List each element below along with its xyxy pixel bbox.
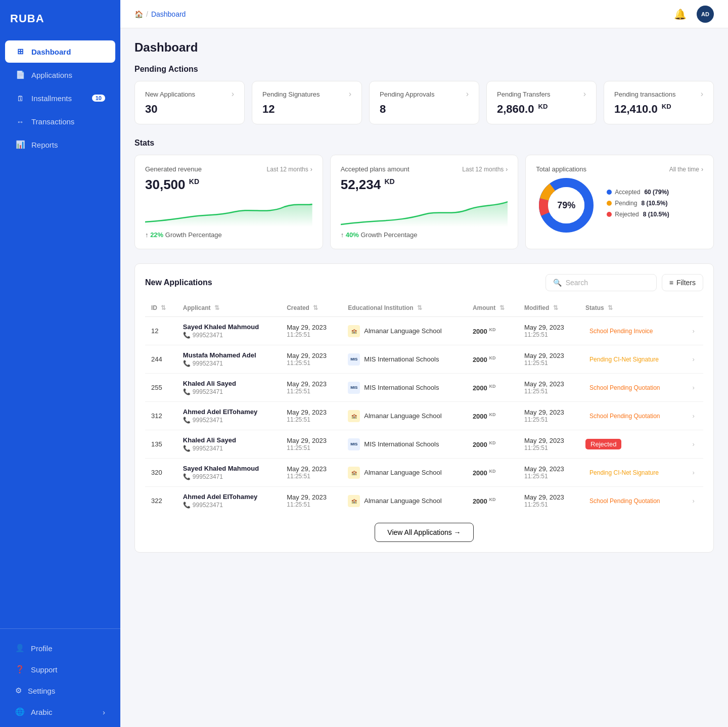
table-body: 12 Sayed Khaled Mahmoud 📞 999523471 May … — [145, 317, 703, 515]
sidebar-language-toggle[interactable]: 🌐 Arabic › — [5, 702, 115, 722]
status-badge: Pending CI-Net Signature — [585, 354, 663, 365]
row-chevron-icon[interactable]: › — [693, 384, 695, 391]
search-input[interactable]: 🔍 Search — [545, 274, 657, 291]
table-row[interactable]: 135 Khaled Ali Sayed 📞 999523471 May 29,… — [145, 430, 703, 459]
sidebar-item-applications[interactable]: 📄 Applications — [5, 64, 115, 86]
row-chevron-icon[interactable]: › — [693, 355, 695, 363]
table-column-header[interactable]: Applicant ⇅ — [177, 299, 281, 317]
donut-section: 79% Accepted 60 (79%) Pending 8 (10.5%) … — [536, 175, 703, 236]
chevron-right-icon: › — [349, 89, 351, 99]
main-content: 🏠 / Dashboard 🔔 AD Dashboard Pending Act… — [120, 0, 728, 727]
phone-icon: 📞 — [183, 502, 191, 509]
table-column-header[interactable]: ID ⇅ — [145, 299, 177, 317]
row-chevron-icon[interactable]: › — [693, 497, 695, 505]
table-row[interactable]: 12 Sayed Khaled Mahmoud 📞 999523471 May … — [145, 317, 703, 345]
revenue-chart — [145, 197, 312, 227]
sidebar-item-reports[interactable]: 📊 Reports — [5, 133, 115, 156]
table-row[interactable]: 322 Ahmed Adel ElTohamey 📞 999523471 May… — [145, 487, 703, 515]
pending-card[interactable]: Pending Signatures › 12 — [252, 81, 362, 124]
sidebar-item-installments[interactable]: 🗓 Installments 10 — [5, 87, 115, 109]
row-chevron-icon[interactable]: › — [693, 440, 695, 448]
pending-card-value: 30 — [145, 103, 234, 116]
pending-card[interactable]: Pending Transfers › 2,860.0 KD — [486, 81, 597, 124]
row-action[interactable]: › — [687, 345, 703, 374]
notification-bell-icon[interactable]: 🔔 — [674, 8, 687, 20]
row-modified: May 29, 2023 11:25:51 — [518, 345, 579, 374]
table-column-header[interactable]: Status ⇅ — [579, 299, 686, 317]
revenue-value: 30,500 KD — [145, 177, 312, 193]
total-apps-period[interactable]: All the time › — [669, 166, 703, 173]
row-status: School Pending Quotation — [579, 402, 686, 430]
table-column-header[interactable]: Amount ⇅ — [467, 299, 518, 317]
row-created: May 29, 2023 11:25:51 — [281, 402, 342, 430]
institution-logo: 🏫 — [348, 410, 360, 422]
row-action[interactable]: › — [687, 430, 703, 459]
pending-card[interactable]: New Applications › 30 — [134, 81, 245, 124]
row-chevron-icon[interactable]: › — [693, 469, 695, 476]
user-avatar[interactable]: AD — [697, 6, 714, 23]
row-modified: May 29, 2023 11:25:51 — [518, 374, 579, 402]
row-id: 244 — [145, 345, 177, 374]
applications-table: ID ⇅Applicant ⇅Created ⇅Educational Inst… — [145, 299, 703, 515]
row-action[interactable]: › — [687, 487, 703, 515]
table-row[interactable]: 255 Khaled Ali Sayed 📞 999523471 May 29,… — [145, 374, 703, 402]
table-row[interactable]: 244 Mustafa Mohamed Adel 📞 999523471 May… — [145, 345, 703, 374]
pending-card-label: Pending transactions — [614, 90, 675, 98]
new-applications-section: New Applications 🔍 Search ≡ Filters ID ⇅… — [134, 263, 714, 553]
legend-dot — [607, 201, 612, 206]
row-action[interactable]: › — [687, 402, 703, 430]
row-institution: MIS MIS International Schools — [342, 374, 467, 402]
row-applicant: Sayed Khaled Mahmoud 📞 999523471 — [177, 459, 281, 487]
donut-center-pct: 79% — [557, 200, 575, 211]
chevron-right-icon: › — [583, 89, 586, 99]
sidebar-item-support[interactable]: ❓ Support — [5, 659, 115, 679]
row-action[interactable]: › — [687, 459, 703, 487]
table-row[interactable]: 320 Sayed Khaled Mahmoud 📞 999523471 May… — [145, 459, 703, 487]
sidebar-label-dashboard: Dashboard — [31, 48, 71, 56]
table-column-header[interactable]: Created ⇅ — [281, 299, 342, 317]
plans-label: Accepted plans amount — [341, 165, 410, 173]
table-column-header[interactable]: Educational Institution ⇅ — [342, 299, 467, 317]
sidebar-item-settings[interactable]: ⚙ Settings — [5, 680, 115, 701]
filters-button[interactable]: ≡ Filters — [662, 274, 703, 291]
view-all-button[interactable]: View All Applications → — [375, 523, 473, 542]
table-column-header[interactable]: Modified ⇅ — [518, 299, 579, 317]
sidebar-item-profile[interactable]: 👤 Profile — [5, 638, 115, 658]
row-amount: 2000 KD — [467, 430, 518, 459]
row-status: Pending CI-Net Signature — [579, 345, 686, 374]
status-badge: School Pending Invoice — [585, 326, 657, 336]
pending-card-label: Pending Approvals — [380, 90, 434, 98]
row-action[interactable]: › — [687, 374, 703, 402]
row-chevron-icon[interactable]: › — [693, 327, 695, 335]
transactions-icon: ↔ — [15, 116, 25, 126]
phone-icon: 📞 — [183, 360, 191, 367]
row-chevron-icon[interactable]: › — [693, 412, 695, 420]
sidebar-badge-installments: 10 — [92, 95, 105, 102]
sidebar-label-installments: Installments — [31, 94, 72, 103]
dashboard-icon: ⊞ — [15, 47, 25, 57]
chevron-right-icon: › — [701, 89, 703, 99]
sidebar-item-dashboard[interactable]: ⊞ Dashboard — [5, 40, 115, 63]
pending-card[interactable]: Pending transactions › 12,410.0 KD — [604, 81, 714, 124]
table-row[interactable]: 312 Ahmed Adel ElTohamey 📞 999523471 May… — [145, 402, 703, 430]
home-icon: 🏠 — [134, 10, 143, 18]
row-modified: May 29, 2023 11:25:51 — [518, 317, 579, 345]
phone-icon: 📞 — [183, 388, 191, 395]
sidebar-item-transactions[interactable]: ↔ Transactions — [5, 110, 115, 132]
view-all-label: View All Applications → — [387, 528, 461, 536]
revenue-growth: ↑ 22% Growth Percentage — [145, 231, 312, 239]
status-badge: School Pending Quotation — [585, 411, 664, 421]
row-id: 322 — [145, 487, 177, 515]
chevron-right-icon: › — [232, 89, 234, 99]
settings-icon: ⚙ — [15, 686, 22, 695]
revenue-period[interactable]: Last 12 months › — [267, 166, 312, 173]
phone-icon: 📞 — [183, 445, 191, 452]
sort-icon: ⇅ — [608, 304, 613, 311]
legend-label: Rejected — [615, 211, 639, 218]
row-action[interactable]: › — [687, 317, 703, 345]
row-applicant: Khaled Ali Sayed 📞 999523471 — [177, 430, 281, 459]
institution-logo: 🏫 — [348, 495, 360, 507]
pending-card[interactable]: Pending Approvals › 8 — [369, 81, 479, 124]
table-title: New Applications — [145, 278, 212, 287]
plans-period[interactable]: Last 12 months › — [462, 166, 508, 173]
